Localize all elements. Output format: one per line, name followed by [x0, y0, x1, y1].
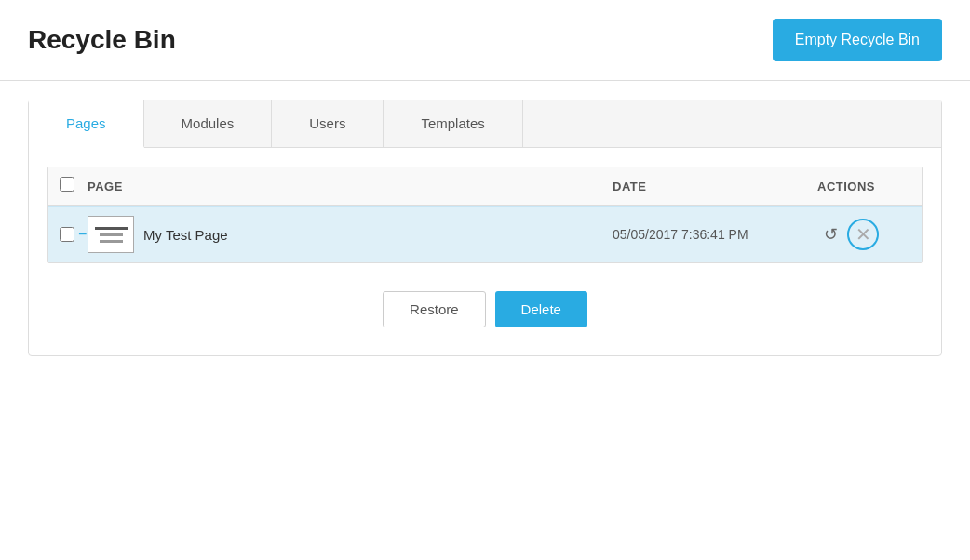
page-header: Recycle Bin Empty Recycle Bin [0, 0, 970, 81]
page-name: My Test Page [143, 227, 228, 243]
restore-button[interactable]: Restore [383, 291, 486, 327]
pages-table: PAGE DATE ACTIONS − My Test Page [47, 167, 923, 263]
thumb-line-2 [100, 233, 123, 236]
tabs-nav: Pages Modules Users Templates [29, 100, 941, 148]
table-row: − My Test Page 05/05/2017 7:36:41 PM ↺ [48, 206, 922, 262]
page-thumbnail [88, 216, 134, 253]
row-checkbox[interactable] [60, 227, 74, 242]
select-all-checkbox[interactable] [60, 177, 74, 192]
delete-icon: ✕ [855, 223, 871, 246]
row-checkbox-cell: − [60, 227, 88, 242]
bottom-buttons: Restore Delete [29, 291, 941, 327]
thumb-line-3 [100, 240, 123, 243]
tab-templates[interactable]: Templates [384, 100, 522, 147]
page-title: Recycle Bin [28, 25, 176, 55]
column-header-date: DATE [613, 180, 817, 193]
delete-row-button[interactable]: ✕ [847, 219, 879, 250]
minus-icon: − [78, 227, 87, 242]
row-date: 05/05/2017 7:36:41 PM [613, 227, 817, 242]
empty-recycle-bin-button[interactable]: Empty Recycle Bin [773, 19, 942, 61]
row-actions: ↺ ✕ [817, 219, 910, 250]
tabs-container: Pages Modules Users Templates PAGE DATE … [28, 100, 942, 356]
tab-pages[interactable]: Pages [29, 100, 144, 148]
thumb-line-1 [95, 227, 128, 230]
delete-button[interactable]: Delete [495, 291, 587, 327]
header-checkbox-cell[interactable] [60, 177, 88, 195]
tab-users[interactable]: Users [272, 100, 384, 147]
column-header-page: PAGE [88, 180, 613, 193]
main-content: Pages Modules Users Templates PAGE DATE … [0, 81, 970, 375]
restore-icon: ↺ [824, 224, 838, 245]
restore-row-button[interactable]: ↺ [817, 221, 843, 247]
tab-modules[interactable]: Modules [144, 100, 273, 147]
table-header: PAGE DATE ACTIONS [48, 167, 922, 206]
column-header-actions: ACTIONS [817, 180, 910, 193]
row-page-info: My Test Page [88, 216, 613, 253]
